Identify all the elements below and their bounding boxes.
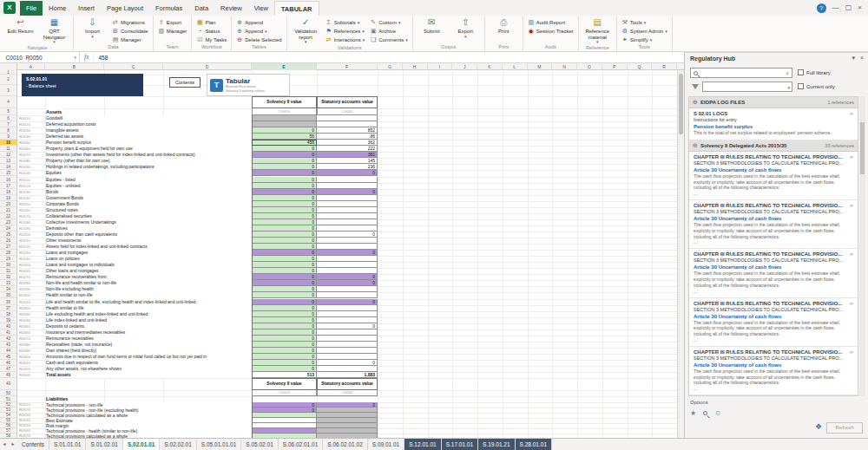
column-header-i[interactable]: I	[428, 63, 453, 70]
column-header-r[interactable]: R	[652, 63, 677, 70]
ribbon-button-validation-report[interactable]: ✓Validation report▾	[290, 16, 322, 44]
row-code[interactable]: R0230	[19, 250, 44, 256]
row-code[interactable]: R0180	[19, 219, 44, 225]
ribbon-tab-formulas[interactable]: Formulas	[149, 1, 188, 16]
ribbon-button-qrt-navigator[interactable]: ▦QRT Navigator▾	[38, 16, 70, 44]
row-header-40[interactable]: 40	[0, 323, 16, 329]
sheet-tab-s-06-02-01-01[interactable]: S.06.02.01.01	[279, 439, 323, 450]
row-code[interactable]: R0220	[19, 244, 44, 250]
ribbon-tab-review[interactable]: Review	[214, 1, 248, 16]
row-label[interactable]: Other loans and mortgages	[46, 268, 251, 274]
cell-statutory-value-r0040[interactable]: 86	[317, 134, 378, 140]
row-code[interactable]: R0360	[19, 329, 44, 336]
row-label[interactable]: Deposits to cedants	[46, 323, 251, 329]
cell-solvency-value-r0220[interactable]: 0	[252, 244, 317, 250]
cell-statutory-value-r0170[interactable]	[317, 213, 378, 219]
row-label[interactable]: Receivables (trade, not insurance)	[46, 342, 251, 348]
row-label[interactable]: Reinsurance receivables	[46, 336, 251, 342]
row-label[interactable]: Equities	[46, 170, 251, 176]
row-code[interactable]: R0400	[19, 354, 44, 360]
row-label[interactable]: Corporate Bonds	[46, 201, 251, 207]
sheet-tab-s-05-01-01-01[interactable]: S.05.01.01.01	[197, 439, 241, 450]
scrollbar-thumb[interactable]	[679, 74, 683, 134]
ribbon-tab-view[interactable]: View	[248, 1, 274, 16]
reference-card[interactable]: CHAPTER III RULES RELATING TO TECHNICAL …	[689, 298, 858, 347]
row-header-25[interactable]: 25	[0, 232, 16, 238]
spreadsheet-grid[interactable]: S.02.01.01 - Balance sheet Contents T Ta…	[0, 70, 677, 438]
row-header-19[interactable]: 19	[0, 195, 16, 201]
cell-statutory-value-r0100[interactable]: 0	[317, 170, 378, 176]
row-header-41[interactable]: 41	[0, 329, 16, 336]
ribbon-button-manager[interactable]: ▤Manager	[110, 36, 150, 43]
column-header-solvency-value-2[interactable]: Solvency II value	[252, 378, 317, 390]
cell-solvency-value-r0300[interactable]: 0	[252, 292, 317, 298]
row-header-16[interactable]: 16	[0, 177, 16, 183]
cell-solvency-value-r0250[interactable]: 0	[252, 262, 317, 268]
sheet-tab-s-01-01-01[interactable]: S.01.01.01	[49, 439, 86, 450]
column-header-k[interactable]: K	[477, 63, 503, 70]
ribbon-button-manager[interactable]: ▥Manager	[156, 27, 189, 35]
row-label[interactable]: Life index-linked and unit-linked	[46, 317, 251, 323]
cell-statutory-value-r0570[interactable]	[317, 434, 378, 438]
ribbon-tab-page-layout[interactable]: Page Layout	[101, 1, 149, 16]
row-header-15[interactable]: 15	[0, 170, 16, 176]
ribbon-tab-home[interactable]: Home	[43, 1, 72, 16]
row-label[interactable]: Property (other than for own use)	[46, 158, 251, 164]
tab-scroll-right-icon[interactable]: ▸	[9, 439, 17, 450]
ribbon-button-interactions[interactable]: ⇄Interactions▾	[324, 36, 367, 43]
column-header-o[interactable]: O	[577, 63, 602, 70]
cell-statutory-value-r0350[interactable]: 0	[317, 323, 378, 329]
row-code[interactable]: R0340	[19, 317, 44, 323]
panel-chevron-down-icon[interactable]: ▾	[852, 55, 855, 62]
cell-solvency-value-r0090[interactable]: 0	[252, 164, 317, 170]
row-label[interactable]: Technical provisions calculated as a who…	[46, 434, 251, 438]
sheet-vertical-scrollbar[interactable]	[677, 70, 684, 438]
cell-statutory-value-r0120[interactable]	[317, 183, 378, 189]
current-only-checkbox[interactable]: Current only	[798, 83, 835, 89]
row-header-10[interactable]: 10	[0, 140, 16, 146]
row-header-35[interactable]: 35	[0, 292, 16, 298]
cell-statutory-value-r0020[interactable]	[317, 121, 378, 127]
cell-statutory-value-r0250[interactable]	[317, 262, 378, 268]
row-label[interactable]: Non-life and health similar to non-life	[46, 280, 251, 286]
cell-statutory-value-r0380[interactable]	[317, 342, 378, 348]
row-header-28[interactable]: 28	[0, 250, 16, 256]
reference-card[interactable]: CHAPTER III RULES RELATING TO TECHNICAL …	[689, 347, 858, 395]
ribbon-tab-tabular[interactable]: TABULAR	[274, 1, 319, 16]
column-header-e[interactable]: E	[252, 63, 317, 70]
cell-statutory-value-r0280[interactable]: 0	[317, 280, 378, 286]
reference-link[interactable]: Article 30 Uncertainty of cash flows	[694, 167, 853, 173]
ribbon-button-system-admin[interactable]: ⚙System Admin▾	[620, 27, 669, 35]
row-label[interactable]: Life and health similar to life, excludi…	[46, 299, 251, 305]
row-code[interactable]: R0500	[19, 372, 44, 378]
column-header-d[interactable]: D	[163, 63, 252, 70]
row-label[interactable]: Insurance and intermediaries receivables	[46, 329, 251, 336]
cell-solvency-value-r0370[interactable]: 0	[252, 336, 317, 342]
cell-solvency-value-r0400[interactable]: 0	[252, 354, 317, 360]
cell-statutory-value-r0320[interactable]	[317, 305, 378, 311]
cell-statutory-value-r0370[interactable]	[317, 336, 378, 342]
code-header-c0020[interactable]: C0020	[317, 108, 378, 115]
row-header-47[interactable]: 47	[0, 366, 16, 372]
ribbon-button-audit-report[interactable]: ▥Audit Report	[526, 18, 575, 26]
sheet-tab-s-02-02-01[interactable]: S.02.02.01	[160, 439, 196, 450]
ribbon-button-edit-return[interactable]: ↩Edit Return	[4, 16, 36, 44]
hub-section-header-eiopa-log-files[interactable]: ⊖EIOPA LOG FILES1 references	[689, 97, 858, 108]
row-header-58[interactable]: 58	[0, 434, 16, 438]
sheet-tab-s-01-02-01[interactable]: S.01.02.01	[86, 439, 122, 450]
ribbon-button-archive[interactable]: ▣Archive	[368, 27, 410, 35]
cell-solvency-value-r0200[interactable]: 0	[252, 232, 317, 238]
ribbon-button-migrations[interactable]: ⇄Migrations	[110, 18, 150, 26]
row-header-37[interactable]: 37	[0, 305, 16, 311]
cell-solvency-value-r0080[interactable]: 0	[252, 158, 317, 164]
row-label[interactable]: Property, plant & equipment held for own…	[46, 146, 251, 152]
ribbon-tab-data[interactable]: Data	[188, 1, 214, 16]
cell-solvency-value-r0270[interactable]: 0	[252, 274, 317, 280]
ribbon-button-append[interactable]: ⊕Append▾	[234, 27, 283, 35]
cell-statutory-value-r0090[interactable]: 236	[317, 164, 378, 170]
sheet-tab-contents[interactable]: Contents	[17, 439, 49, 450]
cell-solvency-value-r0230[interactable]: 0	[252, 250, 317, 256]
row-header-17[interactable]: 17	[0, 183, 16, 189]
hub-section-header-solvency-ii-delegated-acts-2015-35[interactable]: ⊖Solvency II Delegated Acts 2015/3533 re…	[689, 140, 858, 152]
search-input[interactable]	[700, 70, 784, 75]
